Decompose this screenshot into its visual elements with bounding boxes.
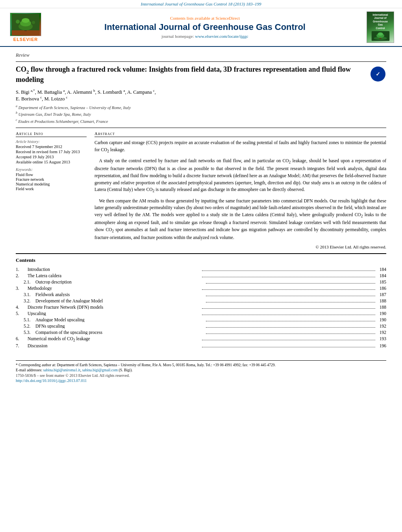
email-addresses: E-mail addresses: sabina.bigi@uniroma1.i… (16, 368, 386, 372)
top-journal-citation: International Journal of Greenhouse Gas … (0, 0, 402, 8)
keyword-1: Fluid flow (16, 172, 87, 177)
svg-point-6 (16, 20, 20, 24)
toc-page: 190 (376, 311, 386, 316)
journal-main-title: International Journal of Greenhouse Gas … (47, 22, 363, 32)
toc-page: 192 (376, 330, 386, 335)
toc-title: DFNs upscaling (35, 324, 205, 328)
toc-dots (202, 273, 375, 277)
toc-title: Fieldwork analysis (35, 292, 205, 297)
toc-item-2-1: 2.1. Outcrop description 185 (16, 279, 386, 285)
toc-item-5-1: 5.1. Analogue Model upscaling 190 (16, 317, 386, 323)
toc-num: 3. (16, 286, 28, 291)
footer-section: * Corresponding author at: Department of… (16, 360, 386, 383)
title-divider (16, 61, 386, 62)
toc-sub-num: 5.2. (16, 324, 35, 328)
toc-page: 193 (376, 336, 386, 341)
toc-sub-num: 2.1. (16, 280, 35, 284)
toc-num: 5. (16, 311, 28, 316)
toc-dots (206, 292, 375, 296)
toc-title: Outcrop description (35, 280, 205, 284)
toc-page: 186 (376, 286, 386, 291)
toc-page: 196 (376, 343, 386, 348)
toc-title: Numerical models of CO2 leakage (28, 336, 201, 342)
toc-sub-num: 3.1. (16, 292, 35, 297)
toc-title: Discussion (28, 343, 201, 348)
toc-item-6: 6. Numerical models of CO2 leakage 193 (16, 336, 386, 342)
article-title: CO2 flow through a fractured rock volume… (16, 65, 363, 85)
article-history-label: Article history: (16, 139, 87, 144)
doi-line[interactable]: http://dx.doi.org/10.1016/j.ijggc.2013.0… (16, 378, 386, 383)
toc-num: 4. (16, 305, 28, 310)
toc-num: 7. (16, 343, 28, 348)
toc-dots (202, 343, 375, 347)
abstract-para-3: We then compare the AM results to those … (94, 198, 386, 242)
crossmark-icon: ✓ (371, 67, 385, 82)
authors-line: S. Bigi a,*, M. Battaglia a, A. Alemanni… (16, 89, 386, 102)
toc-page: 184 (376, 273, 386, 278)
toc-dots (202, 311, 375, 315)
toc-item-7: 7. Discussion 196 (16, 343, 386, 348)
toc-item-4: 4. Discrete Fracture Network (DFN) model… (16, 304, 386, 310)
abstract-body: Carbon capture and storage (CCS) project… (94, 139, 386, 241)
keywords-label: Keywords: (16, 167, 87, 172)
toc-item-3: 3. Methodology 186 (16, 285, 386, 291)
svg-point-12 (378, 32, 383, 35)
toc-sub-num: 5.1. (16, 317, 35, 322)
toc-sub-num: 3.2. (16, 298, 35, 303)
elsevier-brand-text: ELSEVIER (13, 37, 38, 42)
abstract-para-2: A study on the control exerted by fractu… (94, 158, 386, 195)
abstract-divider (16, 128, 386, 128)
journal-homepage: journal homepage: www.elsevier.com/locat… (47, 34, 363, 39)
toc-sub-num: 5.3. (16, 330, 35, 335)
content-area: Review CO2 flow through a fractured rock… (0, 47, 402, 387)
email-link-2[interactable]: sabina.bigi@gmail.com (82, 368, 118, 372)
toc-page: 184 (376, 267, 386, 272)
thumb-text: International Journal of Greenhouse Gas … (372, 13, 388, 30)
article-info-column: Article Info Article history: Received 7… (16, 131, 87, 249)
corresponding-author-note: * Corresponding author at: Department of… (16, 363, 386, 367)
article-info-header: Article Info (16, 131, 87, 137)
available-date: Available online 15 August 2013 (16, 160, 87, 164)
abstract-header: Abstract (94, 131, 386, 137)
abstract-para-1: Carbon capture and storage (CCS) project… (94, 139, 386, 154)
homepage-link[interactable]: www.elsevier.com/locate/ijggc (195, 34, 248, 39)
contents-section: Contents 1. Introduction 184 2. The Late… (16, 253, 386, 348)
toc-page: 190 (376, 317, 386, 322)
toc-dots (206, 323, 375, 328)
toc-num: 6. (16, 336, 28, 341)
email-link-1[interactable]: sabina.bigi@uniroma1.it (43, 368, 80, 372)
svg-point-5 (22, 18, 30, 23)
journal-header: ELSEVIER Contents lists available at Sci… (0, 8, 402, 47)
toc-item-5-2: 5.2. DFNs upscaling 192 (16, 323, 386, 329)
received-date: Received 7 September 2012 (16, 145, 87, 149)
toc-title: Development of the Analogue Model (35, 298, 205, 303)
accepted-date: Accepted 19 July 2013 (16, 155, 87, 159)
toc-item-5-3: 5.3. Comparison of the upscaling process… (16, 330, 386, 335)
issn-line: 1750-5836/$ – see front matter © 2013 El… (16, 373, 386, 378)
journal-title-block: Contents lists available at ScienceDirec… (47, 16, 363, 39)
toc-title: Upscaling (28, 311, 201, 316)
journal-thumbnail: International Journal of Greenhouse Gas … (367, 11, 394, 43)
toc-title: Analogue Model upscaling (35, 317, 205, 322)
keyword-2: Fracture network (16, 177, 87, 182)
toc-page: 188 (376, 298, 386, 303)
revised-date: Received in revised form 17 July 2013 (16, 150, 87, 154)
toc-dots (202, 285, 375, 290)
abstract-column: Abstract Carbon capture and storage (CCS… (94, 131, 386, 249)
sciencedirect-brand[interactable]: ScienceDirect (215, 16, 240, 20)
toc-dots (202, 304, 375, 309)
toc-dots (206, 330, 375, 334)
toc-page: 192 (376, 324, 386, 328)
sciencedirect-link: Contents lists available at ScienceDirec… (47, 16, 363, 20)
toc-dots (206, 298, 375, 302)
toc-title: The Latera caldera (28, 273, 201, 278)
crossmark-badge: ✓ (371, 67, 386, 82)
toc-num: 1. (16, 267, 28, 272)
elsevier-image (10, 13, 41, 36)
contents-title: Contents (16, 257, 386, 263)
two-column-layout: Article Info Article history: Received 7… (16, 131, 386, 249)
toc-num: 2. (16, 273, 28, 278)
toc-dots (206, 279, 375, 284)
keyword-3: Numerical modeling (16, 182, 87, 186)
affiliations: a Department of Earth Sciences, Sapienza… (16, 104, 386, 124)
